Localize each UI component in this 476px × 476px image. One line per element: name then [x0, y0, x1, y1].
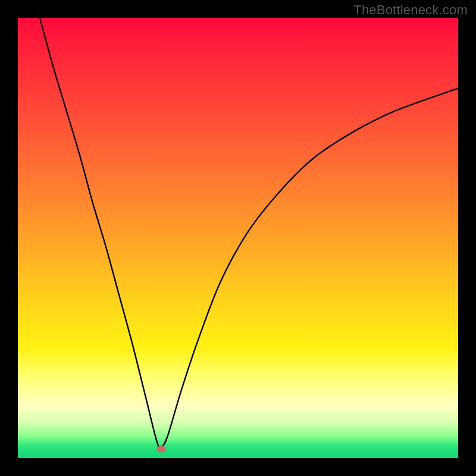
bottleneck-curve	[40, 18, 458, 447]
curve-svg	[18, 18, 458, 458]
watermark-text: TheBottleneck.com	[353, 2, 468, 18]
minimum-marker	[156, 446, 166, 453]
plot-area	[18, 18, 458, 458]
chart-frame: TheBottleneck.com	[0, 0, 476, 476]
